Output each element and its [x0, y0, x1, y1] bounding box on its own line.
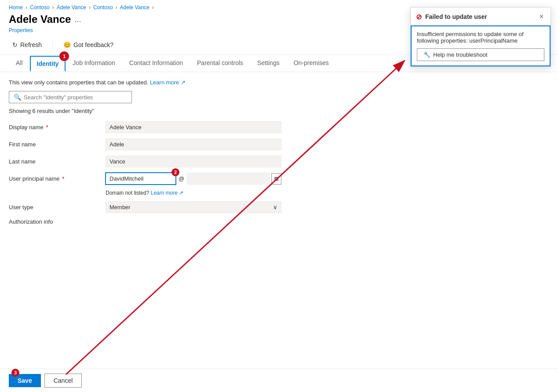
user-type-group: User type Member ∨ — [9, 201, 549, 213]
feedback-button[interactable]: 😊 Got feedback? — [60, 40, 117, 50]
step-badge-1: 1 — [59, 51, 69, 61]
tab-settings[interactable]: Settings — [250, 55, 287, 72]
error-popup-body: Insufficient permissions to update some … — [411, 25, 551, 66]
breadcrumb-home[interactable]: Home — [9, 4, 23, 11]
display-name-input[interactable] — [106, 121, 281, 133]
display-name-group: Display name * — [9, 121, 549, 133]
page-title: Adele Vance — [9, 13, 71, 25]
error-icon: ⊘ — [416, 13, 422, 21]
domain-learn-more-link[interactable]: Learn more ↗ — [151, 190, 184, 196]
toolbar-divider — [52, 40, 53, 50]
results-count: Showing 6 results under "Identity" — [9, 108, 549, 114]
upn-container: 2 @ ⧉ — [106, 173, 281, 185]
troubleshoot-icon: 🔧 — [423, 51, 430, 58]
first-name-group: First name — [9, 138, 549, 150]
upn-copy-button[interactable]: ⧉ — [271, 173, 281, 185]
error-popup-title: ⊘ Failed to update user — [416, 13, 487, 21]
user-type-label: User type — [9, 204, 106, 211]
auth-info-group: Authorization info — [9, 218, 549, 225]
error-popup: ⊘ Failed to update user × Insufficient p… — [410, 7, 551, 67]
breadcrumb-contoso1[interactable]: Contoso — [30, 4, 50, 11]
upn-domain-input[interactable] — [187, 173, 270, 185]
error-popup-message: Insufficient permissions to update some … — [417, 31, 544, 44]
breadcrumb-adele1[interactable]: Adele Vance — [57, 4, 86, 11]
breadcrumb-contoso2[interactable]: Contoso — [93, 4, 113, 11]
tab-onprem[interactable]: On-premises — [287, 55, 336, 72]
last-name-label: Last name — [9, 158, 106, 165]
last-name-group: Last name — [9, 156, 549, 167]
user-type-select[interactable]: Member ∨ — [106, 201, 281, 213]
breadcrumb-adele2[interactable]: Adele Vance — [120, 4, 150, 11]
first-name-label: First name — [9, 141, 106, 148]
refresh-label: Refresh — [20, 41, 42, 48]
auth-info-label: Authorization info — [9, 218, 106, 225]
upn-label: User principal name * — [9, 173, 106, 182]
info-text: This view only contains properties that … — [9, 79, 549, 86]
refresh-icon: ↻ — [12, 41, 18, 48]
search-box: 🔍 — [9, 91, 132, 103]
search-input[interactable] — [24, 94, 127, 101]
learn-more-link[interactable]: Learn more ↗ — [150, 79, 186, 86]
last-name-input[interactable] — [106, 156, 281, 167]
first-name-input[interactable] — [106, 138, 281, 150]
display-name-label: Display name * — [9, 124, 106, 131]
tab-contact[interactable]: Contact Information — [122, 55, 190, 72]
upn-group: User principal name * 2 @ ⧉ — [9, 173, 549, 185]
tab-parental[interactable]: Parental controls — [190, 55, 250, 72]
refresh-button[interactable]: ↻ Refresh — [9, 40, 45, 50]
tab-job[interactable]: Job Information — [66, 55, 122, 72]
upn-username-input[interactable] — [106, 173, 176, 185]
feedback-icon: 😊 — [63, 41, 71, 48]
tab-all[interactable]: All — [9, 55, 30, 72]
error-popup-header: ⊘ Failed to update user × — [411, 7, 551, 25]
copy-icon: ⧉ — [274, 175, 278, 182]
domain-hint: Domain not listed? Learn more ↗ — [9, 190, 549, 196]
search-icon: 🔍 — [14, 94, 21, 101]
more-options-button[interactable]: ... — [74, 15, 81, 24]
content-area: This view only contains properties that … — [0, 72, 558, 265]
help-troubleshoot-button[interactable]: 🔧 Help me troubleshoot — [417, 48, 544, 61]
chevron-down-icon: ∨ — [273, 204, 277, 211]
step-badge-2: 2 — [171, 168, 179, 176]
feedback-label: Got feedback? — [73, 41, 113, 48]
error-popup-close-button[interactable]: × — [538, 12, 545, 22]
